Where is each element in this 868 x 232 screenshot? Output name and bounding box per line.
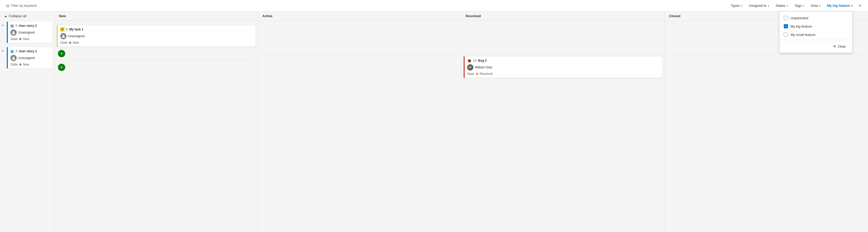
story-2-avatar <box>10 29 17 36</box>
story-2-assignee: Unassigned <box>18 31 35 34</box>
main-content: ▲ Collapse all ◂ ▦ 5 User story 2 Unassi… <box>0 11 868 232</box>
bug-2-card: 🐞 10 Bug 2 W William Glas <box>464 56 663 78</box>
story-1-state-dot <box>19 64 21 66</box>
tags-chevron-icon: ∨ <box>803 4 804 7</box>
board-columns: New ✔ 6 My task 1 <box>55 11 868 232</box>
story-1-state-label: State <box>10 63 18 66</box>
types-filter-btn[interactable]: Types ∨ <box>728 2 745 10</box>
story-1-avatar <box>10 55 17 61</box>
story-2-resolved-row <box>464 23 663 54</box>
filter-by-keyword[interactable]: ⊟ Filter by keyword <box>4 3 39 9</box>
story-1-number: 4 <box>16 49 17 53</box>
story-2-active-row <box>260 23 459 54</box>
dropdown-footer: ✕ Clear <box>780 41 852 50</box>
assigned-to-chevron-icon: ∨ <box>768 4 769 7</box>
collapse-all-btn[interactable]: ▲ Collapse all <box>0 11 55 21</box>
my-small-feature-checkbox[interactable] <box>784 33 788 37</box>
story-1-row: ◂ ▦ 4 User story 1 Unassigned State New <box>0 46 55 70</box>
bug-2-avatar: W <box>467 64 473 71</box>
story-1-title: User story 1 <box>19 49 37 53</box>
dropdown-divider <box>780 40 852 40</box>
story-2-collapse-handle[interactable]: ◂ <box>0 21 5 27</box>
task-1-state-label: State <box>60 41 67 44</box>
story-1-card: ▦ 4 User story 1 Unassigned State New <box>7 47 53 68</box>
states-label: States <box>776 4 785 7</box>
collapse-all-icon: ▲ <box>4 14 7 18</box>
column-closed-label: Closed <box>669 14 680 18</box>
column-resolved: Resolved 🐞 10 Bug 2 <box>462 11 665 232</box>
my-big-feature-checkbox[interactable] <box>784 24 788 28</box>
add-task-story1-btn[interactable]: + <box>58 64 65 71</box>
story-1-resolved-row: 🐞 10 Bug 2 W William Glas <box>464 54 663 85</box>
states-chevron-icon: ∨ <box>786 4 788 7</box>
column-new-label: New <box>59 14 66 18</box>
dropdown-item-my-small-feature[interactable]: My small feature <box>780 31 852 39</box>
task-1-card: ✔ 6 My task 1 Unassigned <box>57 25 256 47</box>
dropdown-item-unparented[interactable]: Unparented <box>780 14 852 22</box>
column-active-content <box>258 21 461 232</box>
story-1-header: ▦ 4 User story 1 <box>10 49 50 53</box>
clear-btn[interactable]: ✕ Clear <box>831 43 848 49</box>
toolbar-filters-right: Types ∨ Assigned to ∨ States ∨ Tags ∨ Ar… <box>728 2 864 10</box>
story-1-state: State New <box>10 63 50 66</box>
sidebar: ▲ Collapse all ◂ ▦ 5 User story 2 Unassi… <box>0 11 55 232</box>
area-dropdown-popup: Unparented My big feature My small featu… <box>779 11 852 53</box>
task-1-state-value: New <box>73 41 79 44</box>
column-resolved-label: Resolved <box>466 14 481 18</box>
story-1-state-value: New <box>23 63 29 66</box>
bug-2-state: State Resolved <box>467 72 660 76</box>
unparented-label: Unparented <box>790 16 808 20</box>
tags-filter-btn[interactable]: Tags ∨ <box>792 2 807 10</box>
collapse-all-label: Collapse all <box>9 14 26 18</box>
story-1-assignee: Unassigned <box>18 56 35 60</box>
bug-2-body: W William Glas <box>467 64 660 71</box>
story-1-active-row <box>260 54 459 85</box>
column-active-header: Active <box>258 11 461 21</box>
task-1-avatar <box>60 33 66 39</box>
column-active: Active <box>258 11 462 232</box>
states-filter-btn[interactable]: States ∨ <box>773 2 791 10</box>
area-filter-btn[interactable]: Area ∨ <box>808 2 823 10</box>
clear-label: Clear <box>838 44 846 48</box>
story-icon-2: ▦ <box>10 49 14 53</box>
close-filter-btn[interactable]: × <box>857 2 864 9</box>
story-icon: ▦ <box>10 24 14 28</box>
task-1-title: My task 1 <box>69 28 84 31</box>
bug-2-header: 🐞 10 Bug 2 <box>467 59 660 63</box>
filter-label: Filter by keyword <box>11 4 36 7</box>
task-1-header: ✔ 6 My task 1 <box>60 27 253 32</box>
active-filter-chevron-icon: ∨ <box>851 4 853 7</box>
column-new: New ✔ 6 My task 1 <box>55 11 258 232</box>
add-task-story2-btn[interactable]: + <box>58 50 65 57</box>
task-1-number: 6 <box>66 28 68 31</box>
task-icon: ✔ <box>60 27 64 32</box>
clear-x-icon: ✕ <box>833 44 836 48</box>
bug-icon: 🐞 <box>467 59 471 63</box>
bug-2-number: 10 <box>473 59 476 63</box>
bug-2-state-value: Resolved <box>479 72 493 76</box>
tags-label: Tags <box>795 4 802 7</box>
bug-2-title: Bug 2 <box>478 59 487 63</box>
my-big-feature-label: My big feature <box>790 25 812 28</box>
story-2-body: Unassigned <box>10 29 50 36</box>
dropdown-item-my-big-feature[interactable]: My big feature <box>780 22 852 31</box>
column-resolved-header: Resolved <box>462 11 665 21</box>
column-new-header: New <box>55 11 258 21</box>
story-2-header: ▦ 5 User story 2 <box>10 24 50 28</box>
task-1-assignee: Unassigned <box>68 34 85 38</box>
bug-2-state-label: State <box>467 72 474 76</box>
story-2-state-value: New <box>23 37 29 41</box>
unparented-checkbox[interactable] <box>784 16 788 20</box>
bug-2-assignee: William Glas <box>475 66 492 69</box>
assigned-to-label: Assigned to <box>749 4 767 7</box>
area-chevron-icon: ∨ <box>819 4 821 7</box>
types-chevron-icon: ∨ <box>741 4 743 7</box>
story-2-state-dot <box>19 38 21 40</box>
active-filter-btn[interactable]: My big feature ∨ <box>825 2 856 10</box>
assigned-to-filter-btn[interactable]: Assigned to ∨ <box>746 2 772 10</box>
story-2-number: 5 <box>16 24 17 28</box>
board: New ✔ 6 My task 1 <box>55 11 868 232</box>
task-1-body: Unassigned <box>60 33 253 39</box>
types-label: Types <box>731 4 740 7</box>
story-1-collapse-handle[interactable]: ◂ <box>0 46 5 52</box>
